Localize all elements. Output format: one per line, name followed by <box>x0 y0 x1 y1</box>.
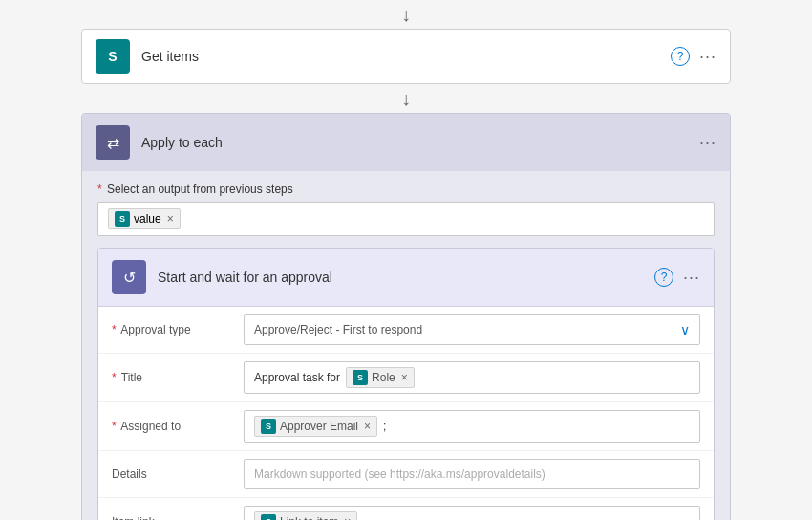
get-items-help-icon[interactable]: ? <box>671 47 690 66</box>
start-wait-help-icon[interactable]: ? <box>654 268 673 287</box>
details-row: Details Markdown supported (see https://… <box>98 451 714 498</box>
start-wait-card: ↺ Start and wait for an approval ? ··· <box>97 248 715 520</box>
value-tag-icon: S <box>115 211 130 227</box>
apply-each-body: * Select an output from previous steps S… <box>82 171 730 520</box>
start-wait-header: ↺ Start and wait for an approval ? ··· <box>98 249 714 307</box>
item-link-tag: S Link to item × <box>254 511 357 520</box>
details-label: Details <box>112 467 236 481</box>
select-output-input[interactable]: S value × <box>97 202 715 236</box>
middle-arrow: ↓ <box>401 84 411 113</box>
title-row: * Title Approval task for S Role × <box>98 354 714 402</box>
title-role-tag-icon: S <box>353 370 368 385</box>
item-link-row: Item link S Link to item × <box>98 498 714 520</box>
value-tag-close[interactable]: × <box>167 212 174 226</box>
approval-type-label: * Approval type <box>112 323 236 336</box>
assigned-to-row: * Assigned to S Approver Email × ; <box>98 402 714 451</box>
title-label: * Title <box>112 371 236 384</box>
select-output-label: * Select an output from previous steps <box>97 183 715 196</box>
title-role-tag: S Role × <box>346 367 415 388</box>
assigned-to-label: * Assigned to <box>112 420 236 433</box>
apply-each-header: ⇄ Apply to each ··· <box>82 114 730 171</box>
approval-type-input[interactable]: Approve/Reject - First to respond ∨ <box>244 314 700 345</box>
start-wait-title: Start and wait for an approval <box>158 270 643 285</box>
details-placeholder: Markdown supported (see https://aka.ms/a… <box>254 467 545 481</box>
value-tag: S value × <box>108 208 181 229</box>
top-arrow: ↓ <box>401 0 411 29</box>
assigned-to-input[interactable]: S Approver Email × ; <box>244 410 700 443</box>
get-items-actions: ? ··· <box>671 47 716 67</box>
get-items-more-button[interactable]: ··· <box>699 47 716 67</box>
assigned-to-tag: S Approver Email × <box>254 416 377 437</box>
assigned-to-tag-icon: S <box>261 419 276 434</box>
apply-each-title: Apply to each <box>141 135 688 150</box>
apply-each-more-button[interactable]: ··· <box>699 133 716 153</box>
required-marker: * <box>97 183 102 196</box>
item-link-label: Item link <box>112 515 236 520</box>
item-link-tag-icon: S <box>261 514 276 520</box>
item-link-input[interactable]: S Link to item × <box>244 506 700 520</box>
apply-each-icon: ⇄ <box>96 125 130 160</box>
approval-type-dropdown-arrow: ∨ <box>680 322 690 337</box>
assigned-to-tag-close[interactable]: × <box>364 420 371 433</box>
semicolon: ; <box>383 420 386 433</box>
get-items-title: Get items <box>141 49 659 64</box>
apply-each-container: ⇄ Apply to each ··· * Select an output f… <box>81 113 731 520</box>
start-wait-icon: ↺ <box>112 260 146 294</box>
start-wait-actions: ? ··· <box>654 268 700 288</box>
start-wait-more-button[interactable]: ··· <box>683 268 700 288</box>
approval-type-row: * Approval type Approve/Reject - First t… <box>98 307 714 354</box>
select-output-section: * Select an output from previous steps S… <box>97 183 715 236</box>
get-items-icon: S <box>96 39 130 74</box>
get-items-card: S Get items ? ··· <box>81 29 731 84</box>
details-input[interactable]: Markdown supported (see https://aka.ms/a… <box>244 459 700 489</box>
title-input[interactable]: Approval task for S Role × <box>244 361 700 394</box>
item-link-tag-close[interactable]: × <box>344 515 351 520</box>
main-container: ↓ S Get items ? ··· ↓ ⇄ Apply to each ··… <box>0 0 812 520</box>
form-fields: * Approval type Approve/Reject - First t… <box>98 307 714 520</box>
title-role-tag-close[interactable]: × <box>401 371 408 384</box>
